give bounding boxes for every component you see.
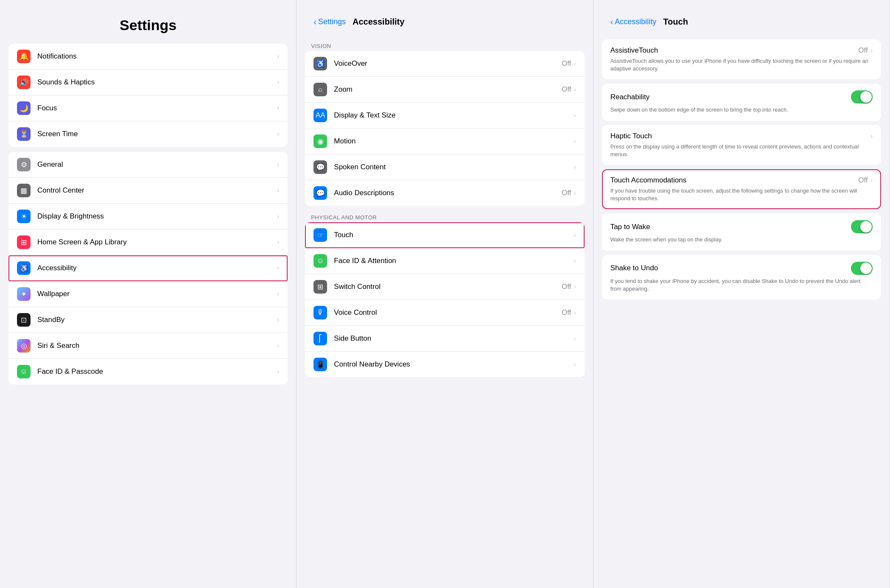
notifications-chevron-icon: › bbox=[277, 53, 279, 60]
faceidattn-icon: ☺ bbox=[313, 254, 327, 268]
settings-item-general[interactable]: ⚙ General › bbox=[8, 152, 288, 178]
reachability-toggle[interactable] bbox=[851, 90, 873, 104]
accessibility-item-faceidattn[interactable]: ☺ Face ID & Attention › bbox=[305, 248, 584, 274]
accessibility-item-controlnearby[interactable]: 📱 Control Nearby Devices › bbox=[305, 352, 584, 377]
accessibility-item-voiceover[interactable]: ♿ VoiceOver Off › bbox=[305, 51, 584, 77]
shaketoundo-toggle-knob bbox=[860, 263, 872, 274]
settings-item-sounds[interactable]: 🔊 Sounds & Haptics › bbox=[8, 70, 288, 95]
assistivetouch-row[interactable]: AssistiveTouch Off › bbox=[610, 46, 873, 55]
zoom-label: Zoom bbox=[334, 85, 562, 94]
back-button[interactable]: Settings bbox=[318, 17, 346, 26]
controlcenter-icon: ▦ bbox=[17, 184, 31, 197]
screentime-chevron-icon: › bbox=[277, 130, 279, 138]
sounds-label: Sounds & Haptics bbox=[37, 78, 277, 87]
settings-item-faceid[interactable]: ☺ Face ID & Passcode › bbox=[8, 359, 288, 384]
taptowake-right bbox=[851, 220, 873, 233]
accessibility-item-voicecontrol[interactable]: 🎙 Voice Control Off › bbox=[305, 300, 584, 326]
accessibility-scroll[interactable]: VISION ♿ VoiceOver Off › ⌕ Zoom Off › AA… bbox=[297, 36, 593, 588]
sidebutton-label: Side Button bbox=[334, 334, 574, 343]
touch-label: Touch bbox=[334, 231, 574, 239]
voicecontrol-value: Off bbox=[562, 308, 571, 317]
voicecontrol-icon: 🎙 bbox=[313, 306, 327, 319]
accessibility-item-motion[interactable]: ◉ Motion › bbox=[305, 129, 584, 154]
accessibility-item-spokencontent[interactable]: 💬 Spoken Content › bbox=[305, 154, 584, 180]
settings-item-standby[interactable]: ⊡ StandBy › bbox=[8, 307, 288, 333]
touch-scroll[interactable]: AssistiveTouch Off › AssistiveTouch allo… bbox=[593, 36, 890, 588]
touch-setting-assistivetouch[interactable]: AssistiveTouch Off › AssistiveTouch allo… bbox=[602, 39, 881, 79]
settings-item-accessibility[interactable]: ♿ Accessibility › bbox=[8, 255, 288, 281]
notifications-icon: 🔔 bbox=[17, 50, 31, 63]
reachability-row[interactable]: Reachability bbox=[610, 90, 873, 104]
accessibility-item-audiodesc[interactable]: 💬 Audio Descriptions Off › bbox=[305, 180, 584, 206]
faceid-label: Face ID & Passcode bbox=[37, 367, 277, 376]
voiceover-label: VoiceOver bbox=[334, 59, 562, 68]
haptictouch-title: Haptic Touch bbox=[610, 132, 652, 140]
reachability-right bbox=[851, 90, 873, 104]
settings-item-displaybrightness[interactable]: ☀ Display & Brightness › bbox=[8, 204, 288, 230]
shaketoundo-toggle[interactable] bbox=[851, 262, 873, 275]
spokencontent-chevron-icon: › bbox=[574, 163, 576, 171]
switchcontrol-icon: ⊞ bbox=[313, 280, 327, 294]
touchaccommodations-right: Off › bbox=[858, 176, 873, 185]
taptowake-toggle[interactable] bbox=[851, 220, 873, 233]
settings-item-notifications[interactable]: 🔔 Notifications › bbox=[8, 44, 288, 70]
settings-item-controlcenter[interactable]: ▦ Control Center › bbox=[8, 178, 288, 204]
switchcontrol-chevron-icon: › bbox=[574, 283, 576, 291]
reachability-toggle-knob bbox=[860, 91, 872, 103]
touch-setting-haptictouch[interactable]: Haptic Touch › Press on the display usin… bbox=[602, 125, 881, 165]
shaketoundo-row[interactable]: Shake to Undo bbox=[610, 262, 873, 275]
screentime-label: Screen Time bbox=[37, 130, 277, 138]
taptowake-row[interactable]: Tap to Wake bbox=[610, 220, 873, 233]
settings-scroll[interactable]: 🔔 Notifications › 🔊 Sounds & Haptics › 🌙… bbox=[0, 40, 296, 588]
settings-item-wallpaper[interactable]: ✦ Wallpaper › bbox=[8, 281, 288, 307]
taptowake-title: Tap to Wake bbox=[610, 223, 650, 231]
accessibility-item-sidebutton[interactable]: ⎡ Side Button › bbox=[305, 326, 584, 352]
touchaccommodations-desc: If you have trouble using the touch scre… bbox=[610, 187, 873, 202]
back-button2[interactable]: Accessibility bbox=[615, 17, 656, 26]
displaytextsize-label: Display & Text Size bbox=[334, 111, 574, 120]
touch-setting-touchaccommodations[interactable]: Touch Accommodations Off › If you have t… bbox=[602, 169, 881, 209]
accessibility-icon: ♿ bbox=[17, 261, 31, 275]
audiodesc-chevron-icon: › bbox=[574, 189, 576, 197]
faceid-icon: ☺ bbox=[17, 365, 31, 378]
displaybrightness-label: Display & Brightness bbox=[37, 212, 277, 221]
wallpaper-chevron-icon: › bbox=[277, 290, 279, 298]
accessibility-item-displaytextsize[interactable]: AA Display & Text Size › bbox=[305, 103, 584, 129]
settings-item-focus[interactable]: 🌙 Focus › bbox=[8, 95, 288, 121]
general-label: General bbox=[37, 160, 277, 169]
accessibility-item-switchcontrol[interactable]: ⊞ Switch Control Off › bbox=[305, 274, 584, 300]
faceidattn-label: Face ID & Attention bbox=[334, 257, 574, 265]
settings-group-1: ⚙ General › ▦ Control Center › ☀ Display… bbox=[8, 152, 288, 384]
shaketoundo-desc: If you tend to shake your iPhone by acci… bbox=[610, 277, 873, 293]
settings-panel: Settings 🔔 Notifications › 🔊 Sounds & Ha… bbox=[0, 0, 297, 588]
settings-item-siri[interactable]: ◎ Siri & Search › bbox=[8, 333, 288, 359]
audiodesc-icon: 💬 bbox=[313, 186, 327, 200]
accessibility-item-zoom[interactable]: ⌕ Zoom Off › bbox=[305, 77, 584, 103]
settings-item-homescreen[interactable]: ⊞ Home Screen & App Library › bbox=[8, 230, 288, 255]
voiceover-icon: ♿ bbox=[313, 57, 327, 70]
accessibility-nav: ‹ Settings Accessibility bbox=[313, 17, 576, 27]
switchcontrol-label: Switch Control bbox=[334, 283, 562, 291]
homescreen-chevron-icon: › bbox=[277, 238, 279, 246]
controlnearby-chevron-icon: › bbox=[574, 361, 576, 368]
touchaccommodations-title: Touch Accommodations bbox=[610, 176, 687, 185]
accessibility-item-touch[interactable]: ☞ Touch › bbox=[305, 222, 584, 248]
zoom-chevron-icon: › bbox=[574, 86, 576, 93]
settings-item-screentime[interactable]: ⏳ Screen Time › bbox=[8, 121, 288, 147]
assistivetouch-chevron-icon: › bbox=[870, 47, 873, 54]
haptictouch-row[interactable]: Haptic Touch › bbox=[610, 132, 873, 140]
notifications-label: Notifications bbox=[37, 52, 277, 61]
controlcenter-chevron-icon: › bbox=[277, 187, 279, 194]
focus-label: Focus bbox=[37, 104, 277, 112]
voiceover-value: Off bbox=[562, 59, 571, 68]
touch-setting-reachability: Reachability Swipe down on the bottom ed… bbox=[602, 84, 881, 120]
accessibility-header: ‹ Settings Accessibility bbox=[297, 0, 593, 36]
touchaccommodations-row[interactable]: Touch Accommodations Off › bbox=[610, 176, 873, 185]
settings-header: Settings bbox=[0, 0, 296, 40]
accessibility-label: Accessibility bbox=[37, 264, 277, 272]
voicecontrol-label: Voice Control bbox=[334, 308, 562, 317]
assistivetouch-right: Off › bbox=[858, 46, 873, 55]
voiceover-chevron-icon: › bbox=[574, 60, 576, 67]
accessibility-chevron-icon: › bbox=[277, 264, 279, 272]
zoom-icon: ⌕ bbox=[313, 83, 327, 96]
